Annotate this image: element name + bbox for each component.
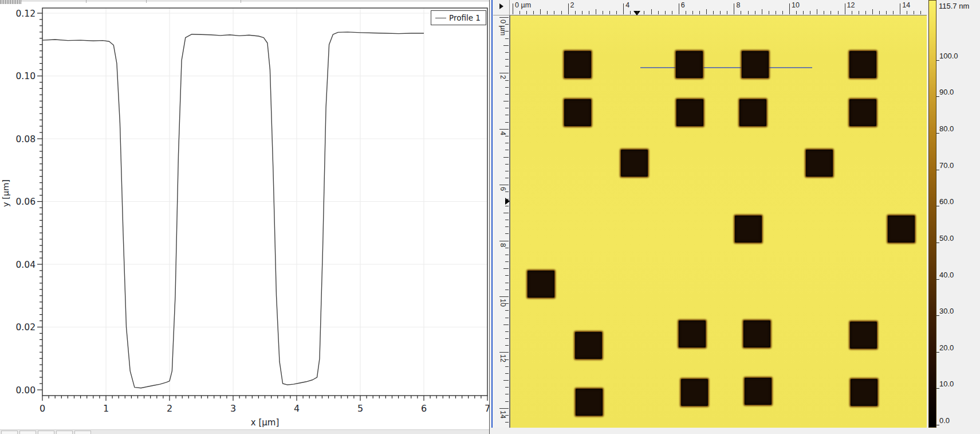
h-ruler-tick <box>616 11 617 14</box>
statusbar-segment[interactable] <box>56 431 73 434</box>
color-scale-tick <box>936 315 939 316</box>
color-scale-tick <box>936 425 939 425</box>
h-ruler-tick <box>900 3 900 14</box>
afm-pit-square <box>564 99 591 126</box>
v-ruler-tick <box>499 17 509 18</box>
h-ruler-tick <box>824 11 824 14</box>
h-ruler-tick <box>644 11 644 14</box>
v-ruler-tick <box>505 226 509 227</box>
x-tick-label: 0 <box>40 403 45 414</box>
h-ruler-label: 4 <box>625 1 629 9</box>
v-ruler-tick <box>505 199 509 200</box>
h-ruler-tick <box>865 11 866 14</box>
afm-pit-square <box>806 150 833 177</box>
statusbar-segment[interactable] <box>74 431 91 434</box>
window-focus-edge <box>491 0 493 434</box>
h-ruler-tick <box>603 11 603 14</box>
afm-pit-square <box>888 216 915 243</box>
h-ruler-tick <box>734 3 734 14</box>
profile-selection-line[interactable] <box>640 67 812 68</box>
v-ruler-tick <box>505 122 509 123</box>
color-scale-tick <box>936 133 939 134</box>
corner-arrow-icon <box>499 3 503 9</box>
v-ruler-label: 8 <box>499 243 507 247</box>
v-ruler-label: 2 <box>499 75 507 79</box>
v-ruler-tick <box>499 408 509 409</box>
v-ruler-tick <box>499 296 509 297</box>
statusbar-segment[interactable] <box>1 431 18 434</box>
y-tick-label: 0.02 <box>15 322 36 333</box>
h-ruler-tick <box>803 11 804 14</box>
h-ruler-tick <box>651 9 652 14</box>
h-ruler-tick <box>872 9 873 14</box>
color-scale-tick-label: 80.0 <box>939 124 954 133</box>
color-scale-tick-label: 50.0 <box>939 234 954 243</box>
v-ruler-tick <box>505 66 509 67</box>
h-ruler-tick <box>568 3 569 14</box>
v-ruler-tick <box>505 261 509 262</box>
x-axis-title: x [µm] <box>251 417 280 428</box>
afm-image[interactable]: 1 <box>510 15 927 428</box>
afm-pit-square <box>745 378 772 405</box>
x-tick-label: 5 <box>357 403 363 414</box>
v-ruler-tick <box>505 275 509 276</box>
statusbar-segment[interactable] <box>38 431 54 434</box>
color-scale-tick <box>936 206 939 206</box>
h-ruler-label: 14 <box>902 1 910 9</box>
image-window-bottom-edge <box>491 428 980 434</box>
afm-pit-square <box>849 51 876 78</box>
color-scale-tick-label: 20.0 <box>939 343 954 352</box>
h-ruler-tick <box>920 11 921 14</box>
h-ruler-tick <box>630 11 631 14</box>
statusbar-segment[interactable] <box>19 431 36 434</box>
v-ruler-tick <box>505 338 509 339</box>
v-ruler-tick <box>505 178 509 178</box>
h-ruler-tick <box>817 9 817 14</box>
color-scale-tick-label: 70.0 <box>939 161 954 170</box>
v-ruler-tick <box>505 191 509 192</box>
h-ruler-label: 2 <box>570 1 574 9</box>
x-tick-label: 4 <box>294 403 300 414</box>
profile-graph-plot[interactable]: 0.000.020.040.060.080.100.1201234567x [µ… <box>0 0 490 434</box>
afm-pit-square <box>849 99 876 126</box>
ruler-corner-button[interactable] <box>493 0 510 15</box>
color-scale-max-label: 115.7 nm <box>939 2 969 10</box>
h-ruler-label: 6 <box>681 1 685 9</box>
v-ruler-tick <box>505 283 509 283</box>
color-scale-tick <box>936 96 939 97</box>
h-ruler-tick <box>713 11 714 14</box>
color-scale-tick <box>936 170 939 170</box>
h-ruler-tick <box>852 11 852 14</box>
y-tick-label: 0.12 <box>15 9 36 19</box>
x-tick-label: 1 <box>103 403 109 414</box>
afm-pit-square <box>676 51 703 78</box>
horizontal-ruler[interactable]: 0 µm2468101214 <box>510 0 927 15</box>
h-ruler-tick <box>554 11 554 14</box>
vertical-ruler[interactable]: 0 µm2468101214 <box>493 15 510 428</box>
afm-pit-square <box>739 99 766 126</box>
color-scale-tick-label: 10.0 <box>939 380 954 388</box>
afm-pit-square <box>850 322 877 349</box>
afm-pit-square <box>681 379 708 406</box>
h-ruler-tick <box>914 11 914 14</box>
h-ruler-tick <box>596 9 596 14</box>
h-ruler-tick <box>748 11 749 14</box>
h-ruler-tick <box>582 11 583 14</box>
color-scale-bar[interactable] <box>928 0 936 428</box>
h-ruler-tick <box>526 11 527 14</box>
h-ruler-tick <box>776 11 776 14</box>
profile-graph-window[interactable]: 0.000.020.040.060.080.100.1201234567x [µ… <box>0 0 490 434</box>
h-ruler-tick <box>547 11 548 14</box>
h-ruler-tick <box>699 11 700 14</box>
v-ruler-label: 12 <box>499 354 507 362</box>
color-scale-tick <box>936 388 939 389</box>
v-ruler-tick <box>505 87 509 88</box>
h-ruler-tick <box>907 11 907 14</box>
v-ruler-tick <box>505 164 509 165</box>
h-ruler-tick <box>859 11 859 14</box>
v-ruler-tick <box>503 213 509 213</box>
h-ruler-tick <box>533 11 534 14</box>
color-scale-tick <box>936 279 939 280</box>
color-scale-tick <box>936 352 939 353</box>
h-ruler-tick <box>637 11 637 14</box>
